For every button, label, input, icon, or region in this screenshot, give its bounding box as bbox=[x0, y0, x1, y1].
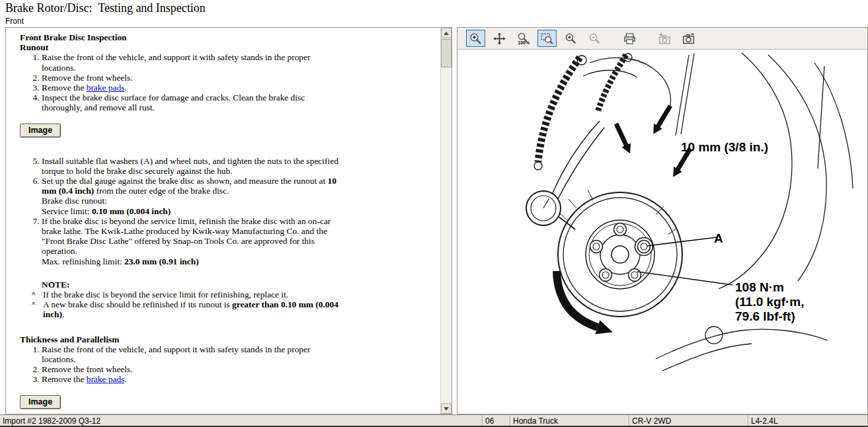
callout-torque-line1: 108 N·m bbox=[735, 280, 784, 294]
step-text: Remove the front wheels. bbox=[42, 364, 133, 374]
main-area: Front Brake Disc Inspection Runout Raise… bbox=[0, 27, 868, 414]
zoom-100-label: 100% bbox=[518, 40, 530, 44]
camera-button[interactable] bbox=[679, 30, 698, 47]
image-button-thickness[interactable]: Image bbox=[20, 395, 61, 409]
runout-steps-5-7: Install suitable flat washers (A) and wh… bbox=[20, 156, 342, 266]
scroll-down-button[interactable] bbox=[441, 403, 452, 414]
viewer-toolbar: 100% bbox=[457, 28, 867, 50]
step-item: Set up the dial gauge against the brake … bbox=[42, 176, 342, 216]
zoom-in-icon bbox=[469, 32, 482, 45]
step-text: from the outer edge of the brake disc. bbox=[94, 186, 229, 196]
callout-torque-line3: 79.6 lbf-ft) bbox=[735, 309, 795, 323]
step-text: . bbox=[124, 83, 126, 93]
app-window: Brake Rotor/Disc: Testing and Inspection… bbox=[0, 0, 868, 427]
illustration-canvas: 10 mm (3/8 in.) A 108 N·m (11.0 kgf·m, 7… bbox=[457, 50, 867, 414]
spec-value: 0.10 mm (0.004 inch) bbox=[92, 206, 171, 216]
step-text: Raise the front of the vehicle, and supp… bbox=[42, 52, 310, 72]
procedure-content: Front Brake Disc Inspection Runout Raise… bbox=[20, 32, 342, 409]
zoom-out-icon bbox=[588, 32, 601, 45]
spec-line: Brake disc runout: bbox=[42, 196, 342, 206]
step-text: . bbox=[124, 374, 126, 384]
zoom-100-icon: 100% bbox=[517, 32, 530, 45]
spec-label: Service limit: bbox=[42, 206, 92, 216]
brake-rotor-illustration: 10 mm (3/8 in.) A 108 N·m (11.0 kgf·m, 7… bbox=[457, 50, 867, 414]
step-text: Install suitable flat washers (A) and wh… bbox=[42, 156, 338, 176]
zoom-in-button[interactable] bbox=[466, 30, 485, 47]
image-previous-icon bbox=[658, 32, 671, 45]
step-text: Inspect the brake disc surface for damag… bbox=[42, 93, 305, 112]
step-item: If the brake disc is beyond the service … bbox=[42, 216, 342, 266]
brake-pads-link[interactable]: brake pads bbox=[87, 374, 125, 384]
spec-label: Max. refinishing limit: bbox=[42, 256, 124, 266]
spec-label: Brake disc runout: bbox=[42, 196, 107, 206]
triangle-up-icon bbox=[444, 32, 449, 35]
step-text: If the brake disc is beyond the service … bbox=[42, 216, 331, 256]
step-text: Remove the bbox=[42, 83, 87, 93]
triangle-down-icon bbox=[444, 407, 449, 410]
page-subtitle: Front bbox=[5, 17, 24, 26]
status-cell-engine: L4-2.4L bbox=[748, 415, 868, 426]
content-scrollbar[interactable] bbox=[440, 28, 452, 414]
step-text: Set up the dial gauge against the brake … bbox=[42, 176, 327, 186]
thickness-steps: Raise the front of the vehicle, and supp… bbox=[20, 344, 342, 385]
step-item: Install suitable flat washers (A) and wh… bbox=[42, 156, 342, 176]
header: Brake Rotor/Disc: Testing and Inspection… bbox=[0, 0, 868, 27]
page-title: Brake Rotor/Disc: Testing and Inspection bbox=[5, 1, 206, 15]
zoom-in-small-icon bbox=[565, 32, 577, 45]
camera-icon bbox=[682, 32, 695, 45]
step-text: Remove the bbox=[42, 374, 87, 384]
callout-a-label: A bbox=[714, 231, 723, 245]
step-item: Remove the front wheels. bbox=[42, 73, 342, 83]
step-text: Raise the front of the vehicle, and supp… bbox=[42, 344, 310, 364]
scrollbar-thumb[interactable] bbox=[441, 39, 452, 67]
down-arrow-icon bbox=[612, 122, 635, 156]
brake-pads-link[interactable]: brake pads bbox=[87, 83, 125, 93]
zoom-window-button[interactable] bbox=[537, 30, 557, 47]
spec-value: 23.0 mm (0.91 inch) bbox=[124, 256, 199, 266]
note-block: NOTE: ^ If the brake disc is beyond the … bbox=[20, 280, 342, 320]
section-heading-inspection: Front Brake Disc Inspection bbox=[20, 32, 342, 42]
status-cell-make: Honda Truck bbox=[510, 415, 629, 426]
step-item: Raise the front of the vehicle, and supp… bbox=[42, 344, 342, 364]
callout-torque-line2: (11.0 kgf·m, bbox=[735, 295, 805, 309]
print-icon bbox=[623, 32, 636, 45]
zoom-out-button[interactable] bbox=[585, 30, 604, 47]
note-text: A new brake disc should be refinished if… bbox=[43, 299, 342, 319]
zoom-in-small-button[interactable] bbox=[561, 30, 580, 47]
note-marker: ^ bbox=[32, 290, 43, 299]
step-text: Remove the front wheels. bbox=[42, 73, 133, 83]
status-cell-source: Import #2 1982-2009 Q3-12 bbox=[0, 415, 483, 426]
image-previous-button[interactable] bbox=[655, 30, 674, 47]
step-item: Remove the brake pads. bbox=[42, 83, 342, 93]
note-text-pre: A new brake disc should be refinished if… bbox=[43, 299, 232, 309]
procedure-panel: Front Brake Disc Inspection Runout Raise… bbox=[5, 27, 452, 414]
status-bar: Import #2 1982-2009 Q3-12 06 Honda Truck… bbox=[0, 414, 868, 427]
callout-measure-label: 10 mm (3/8 in.) bbox=[681, 140, 768, 154]
step-item: Inspect the brake disc surface for damag… bbox=[42, 93, 342, 112]
image-button-runout[interactable]: Image bbox=[20, 124, 61, 137]
note-text: If the brake disc is beyond the service … bbox=[43, 290, 288, 299]
pan-icon bbox=[493, 32, 506, 45]
subsection-heading-runout: Runout bbox=[20, 42, 342, 52]
callout-torque-leader bbox=[637, 272, 732, 285]
step-item: Remove the front wheels. bbox=[42, 364, 342, 374]
zoom-100-button[interactable]: 100% bbox=[514, 30, 533, 47]
print-button[interactable] bbox=[620, 30, 639, 47]
scroll-up-button[interactable] bbox=[441, 28, 452, 38]
spec-line: Max. refinishing limit: 23.0 mm (0.91 in… bbox=[42, 256, 342, 266]
status-cell-model: CR-V 2WD bbox=[629, 415, 748, 426]
pan-button[interactable] bbox=[490, 30, 509, 47]
note-heading: NOTE: bbox=[42, 280, 342, 290]
step-item: Remove the brake pads. bbox=[42, 374, 342, 384]
down-arrow-icon bbox=[649, 103, 675, 137]
note-text-post: . bbox=[62, 309, 64, 319]
spec-line: Service limit: 0.10 mm (0.004 inch) bbox=[42, 206, 342, 216]
step-item: Raise the front of the vehicle, and supp… bbox=[42, 52, 342, 72]
image-viewer-panel: 100% bbox=[457, 27, 868, 414]
note-item: ^ If the brake disc is beyond the servic… bbox=[32, 290, 342, 299]
runout-steps-1-4: Raise the front of the vehicle, and supp… bbox=[20, 52, 342, 112]
section-heading-thickness: Thickness and Parallelism bbox=[20, 334, 342, 344]
zoom-window-icon bbox=[541, 32, 553, 45]
note-marker: ^ bbox=[32, 299, 43, 319]
note-item: ^ A new brake disc should be refinished … bbox=[32, 299, 342, 319]
